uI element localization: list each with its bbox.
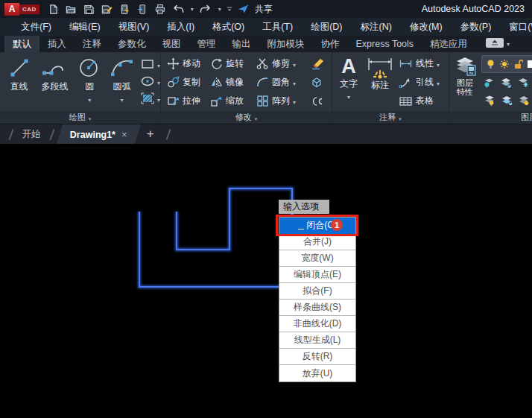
ribbon-tab-collaborate[interactable]: 协作: [313, 36, 348, 52]
drawing-canvas[interactable]: 输入选项 闭合(C) 合并(J) 宽度(W) 编辑顶点(E) 拟合(F) 样条曲…: [0, 144, 532, 418]
layer-thaw-icon[interactable]: [501, 95, 513, 106]
tool-layer-properties[interactable]: 图层特性: [453, 52, 477, 96]
print-button[interactable]: [153, 2, 168, 16]
menu-item-reverse[interactable]: 反转(R): [279, 349, 355, 365]
share-button[interactable]: [236, 2, 250, 16]
polyline-drawing[interactable]: [0, 144, 532, 418]
ribbon-tab-annotate[interactable]: 注释: [75, 36, 110, 52]
menu-item-edit-vertex[interactable]: 编辑顶点(E): [279, 267, 355, 283]
tool-mirror[interactable]: 镜像: [210, 73, 256, 92]
linear-dropdown-icon[interactable]: [437, 59, 440, 69]
ribbon-tab-view[interactable]: 视图: [154, 36, 189, 52]
tool-scale[interactable]: 缩放: [210, 92, 256, 110]
trim-dropdown-icon[interactable]: [293, 59, 296, 69]
layer-off-icon[interactable]: [484, 95, 495, 106]
file-tab-drawing1[interactable]: Drawing1* ×: [57, 124, 141, 144]
plot-button[interactable]: [118, 2, 132, 16]
layer-lock-fade-icon[interactable]: [518, 95, 530, 106]
arc-dropdown-icon[interactable]: [120, 92, 123, 105]
tool-hatch[interactable]: [140, 91, 160, 106]
tool-text[interactable]: A 文字: [336, 52, 361, 102]
tool-polyline[interactable]: 多段线: [37, 52, 72, 92]
ribbon-tab-featured[interactable]: 精选应用: [422, 36, 475, 52]
ellipse-dropdown-icon[interactable]: [157, 75, 160, 88]
tool-ellipse[interactable]: [140, 74, 160, 89]
tool-fillet[interactable]: 圆角: [256, 73, 310, 92]
menu-insert[interactable]: 插入(I): [158, 18, 203, 36]
ribbon-tab-express[interactable]: Express Tools: [348, 36, 422, 52]
menu-file[interactable]: 文件(F): [12, 18, 60, 36]
tool-stretch[interactable]: 拉伸: [167, 92, 210, 110]
menu-item-undo[interactable]: 放弃(U): [279, 365, 355, 381]
layer-unlock-icon[interactable]: [513, 59, 523, 69]
tool-array[interactable]: 阵列: [256, 92, 310, 110]
menu-draw[interactable]: 绘图(D): [302, 18, 351, 36]
undo-dropdown-button[interactable]: [189, 6, 195, 13]
export-button[interactable]: [136, 2, 150, 16]
tool-rotate[interactable]: 旋转: [210, 54, 256, 73]
text-dropdown-icon[interactable]: [347, 89, 350, 102]
panel-label-annotate[interactable]: 注释: [332, 111, 449, 124]
ribbon-tab-manage[interactable]: 管理: [189, 36, 224, 52]
menu-format[interactable]: 格式(O): [203, 18, 253, 36]
tool-leader[interactable]: 引线: [399, 73, 440, 92]
layer-isolate-icon[interactable]: [484, 77, 495, 88]
menu-item-join[interactable]: 合并(J): [279, 234, 355, 250]
menu-item-width[interactable]: 宽度(W): [279, 250, 355, 267]
menu-item-fit[interactable]: 拟合(F): [279, 283, 355, 300]
ribbon-tab-insert[interactable]: 插入: [39, 36, 75, 52]
tool-erase[interactable]: [310, 54, 329, 73]
share-label[interactable]: 共享: [255, 3, 273, 16]
close-tab-icon[interactable]: ×: [121, 129, 127, 140]
layer-color-swatch-icon[interactable]: [527, 60, 532, 69]
app-logo[interactable]: A CAD: [4, 3, 39, 16]
hatch-dropdown-icon[interactable]: [157, 92, 160, 105]
fillet-dropdown-icon[interactable]: [293, 77, 296, 88]
ribbon-minimize-dropdown[interactable]: [507, 36, 510, 49]
tool-move[interactable]: 移动: [167, 54, 210, 73]
menu-view[interactable]: 视图(V): [110, 18, 159, 36]
open-file-button[interactable]: [64, 2, 78, 16]
circle-dropdown-icon[interactable]: [88, 92, 91, 105]
tool-dimension[interactable]: 标注: [363, 52, 397, 90]
file-tab-start[interactable]: 开始: [16, 128, 47, 141]
panel-label-layers[interactable]: 图层: [449, 111, 532, 124]
tool-linear[interactable]: 线性: [399, 54, 440, 73]
save-button[interactable]: [82, 2, 96, 16]
tool-rectangle[interactable]: [140, 57, 160, 72]
menu-item-decurve[interactable]: 非曲线化(D): [279, 316, 355, 332]
menu-item-ltype-gen[interactable]: 线型生成(L): [279, 332, 355, 349]
tool-offset[interactable]: [310, 92, 329, 110]
new-drawing-tab-button[interactable]: +: [138, 125, 163, 143]
tool-trim[interactable]: 修剪: [256, 54, 310, 73]
menu-dimension[interactable]: 标注(N): [352, 18, 401, 36]
leader-dropdown-icon[interactable]: [437, 77, 440, 88]
qat-customize-button[interactable]: [227, 5, 232, 13]
ribbon-minimize-button[interactable]: [486, 36, 510, 49]
layer-freeze-layers-icon[interactable]: [500, 77, 512, 88]
tool-explode[interactable]: [310, 73, 329, 92]
ribbon-tab-home[interactable]: 默认: [4, 36, 39, 52]
redo-button[interactable]: [199, 2, 213, 16]
panel-label-draw[interactable]: 绘图: [0, 111, 160, 124]
new-file-button[interactable]: [46, 2, 60, 16]
layer-freeze-icon[interactable]: [517, 77, 529, 88]
tool-table[interactable]: 表格: [399, 92, 440, 110]
ribbon-tab-parametric[interactable]: 参数化: [110, 36, 154, 52]
redo-dropdown-button[interactable]: [217, 6, 223, 13]
menu-window[interactable]: 窗口(W): [500, 18, 532, 36]
layer-on-bulb-icon[interactable]: [486, 59, 495, 69]
menu-item-spline[interactable]: 样条曲线(S): [279, 300, 355, 316]
ribbon-tab-output[interactable]: 输出: [224, 36, 259, 52]
menu-item-close-polyline[interactable]: 闭合(C): [279, 218, 355, 234]
tool-line[interactable]: 直线: [4, 52, 34, 92]
ribbon-tab-addins[interactable]: 附加模块: [259, 36, 313, 52]
array-dropdown-icon[interactable]: [293, 96, 296, 107]
layer-sun-icon[interactable]: [499, 59, 510, 69]
tool-arc[interactable]: 圆弧: [107, 52, 137, 105]
menu-edit[interactable]: 编辑(E): [60, 18, 110, 36]
save-as-button[interactable]: [100, 2, 114, 16]
tool-copy[interactable]: 复制: [167, 73, 210, 92]
tool-circle[interactable]: 圆: [76, 52, 104, 105]
rectangle-dropdown-icon[interactable]: [157, 57, 160, 71]
